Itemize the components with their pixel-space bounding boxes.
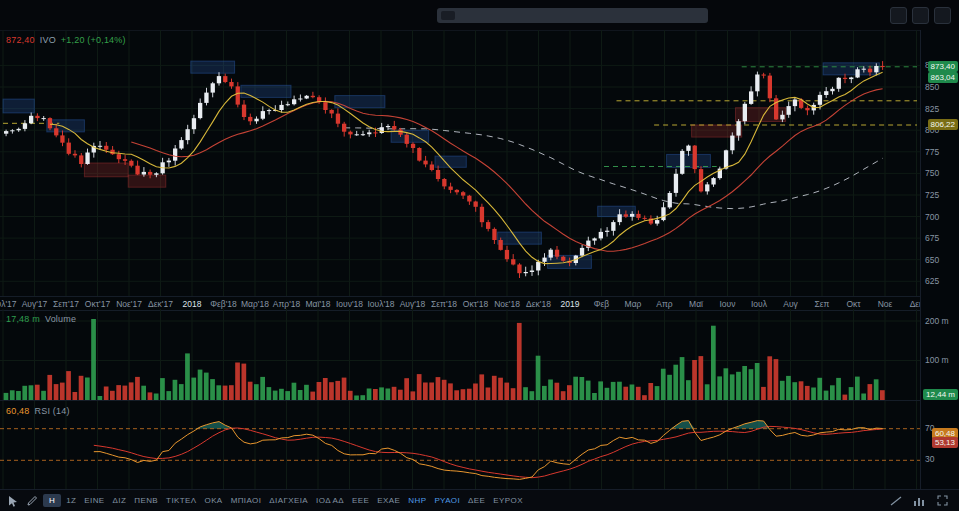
time-axis-label: Μαϊ'18 [306,299,331,309]
bar-chart-icon[interactable] [911,493,927,509]
time-axis-label: Δεκ'17 [148,299,173,309]
time-axis-label: Οκτ [846,299,860,309]
bottombar-item[interactable]: ΕΥΡΟΧ [490,494,526,507]
fullscreen-icon[interactable] [934,7,951,24]
time-axis-label: Μαρ [625,299,642,309]
time-axis-label: Σεπ'17 [53,299,79,309]
bottombar-item[interactable]: ΔΕΕ [465,494,488,507]
axis-tick-label: 200 m [925,316,949,326]
volume-chart [0,309,920,400]
time-axis-label: Μαϊ [689,299,703,309]
price-pane[interactable]: 872,40IVO+1,20 (+0,14%) [0,30,920,296]
bottombar-item[interactable]: ΝΗΡ [405,494,429,507]
rsi-label: RSI (14) [35,406,70,416]
rsi-chart [0,401,920,490]
timeframe-button-active[interactable]: Η [43,494,61,507]
bottombar-item[interactable]: ΠΕΝΒ [131,494,161,507]
bottombar-item[interactable]: ΔΙΖ [110,494,130,507]
volume-value: 17,48 m [6,314,40,324]
axis-tick-label: 625 [925,276,939,286]
time-axis-label: Νοε'17 [116,299,142,309]
price-badge: 863,04 [928,72,958,83]
time-axis-label: Οκτ'18 [463,299,488,309]
trendline-icon[interactable] [888,493,904,509]
time-axis-label: Αυγ'18 [400,299,426,309]
axis-tick-label: 675 [925,233,939,243]
volume-pane[interactable]: 17,48 m Volume [0,309,920,400]
time-axis-label: Σεπ [815,299,830,309]
rsi-badge: 53,13 [932,437,958,448]
bottom-toolbar: Η1ΖΕΙΝΕΔΙΖΠΕΝΒΤΙΚΤΕΛΟΚΑΜΠΙΑΟΙΔΙΑΓΧΕΙΑΙΟΔ… [0,489,959,511]
time-axis-label: Ιουλ [751,299,767,309]
symbol-toolbar-strip[interactable] [437,8,708,23]
time-axis-label: 2019 [561,299,580,309]
rsi-legend: 60,48 RSI (14) [6,406,70,416]
time-axis-label: Απρ'18 [273,299,300,309]
bottombar-item[interactable]: ΕΕΕ [349,494,372,507]
bottombar-item[interactable]: ΤΙΚΤΕΛ [163,494,199,507]
expand-icon[interactable] [934,493,950,509]
time-axis-label: Ιουλ'17 [0,299,17,309]
axis-tick-label: 30 [925,454,934,464]
time-axis-label: Φεβ'18 [210,299,237,309]
pencil-icon[interactable] [24,493,40,509]
bottombar-item[interactable]: ΙΟΔ ΑΔ [313,494,347,507]
price-badge: 806,22 [928,119,958,130]
volume-badge: 12,44 m [923,389,958,400]
time-axis-label: Νοε'18 [494,299,520,309]
cursor-icon[interactable] [5,493,21,509]
toolbar-handle-icon [441,11,455,20]
time-axis-label: Απρ [656,299,672,309]
time-axis-label: Ιουλ'18 [367,299,394,309]
time-axis-label: Ιουν'18 [336,299,363,309]
legend-item: 872,40 [6,35,35,45]
time-axis-label: Μαρ'18 [241,299,269,309]
time-axis-label: Αυγ'17 [22,299,48,309]
axis-tick-label: 100 m [925,355,949,365]
time-axis-label: Αυγ [783,299,798,309]
time-axis-label: Οκτ'17 [85,299,110,309]
axis-tick-label: 750 [925,168,939,178]
bottombar-item[interactable]: ΔΙΑΓΧΕΙΑ [266,494,311,507]
time-axis-label: Νοε [878,299,893,309]
bottombar-item[interactable]: ΡΥΑΟΙ [431,494,463,507]
price-chart [0,30,920,296]
axis-tick-label: 700 [925,212,939,222]
settings-icon[interactable] [912,7,929,24]
legend-item: IVO [40,35,56,45]
axis-tick-label: 825 [925,104,939,114]
trading-terminal: 872,40IVO+1,20 (+0,14%) Ιουλ'17Αυγ'17Σεπ… [0,0,959,511]
bottombar-item[interactable]: 1Ζ [63,494,79,507]
volume-label: Volume [45,314,76,324]
chart-area[interactable]: 872,40IVO+1,20 (+0,14%) Ιουλ'17Αυγ'17Σεπ… [0,30,920,489]
symbol-legend: 872,40IVO+1,20 (+0,14%) [6,35,126,45]
time-axis-label: Δεκ'18 [526,299,551,309]
legend-item: +1,20 (+0,14%) [61,35,126,45]
top-toolbar [0,0,959,31]
price-axis[interactable]: 875850825800775750725700675650625200 m10… [920,30,959,489]
time-axis-label: Σεπ'18 [431,299,457,309]
volume-legend: 17,48 m Volume [6,314,76,324]
bottombar-item[interactable]: ΜΠΙΑΟΙ [228,494,265,507]
time-axis-label: Φεβ [594,299,609,309]
time-axis-label: 2018 [183,299,202,309]
axis-tick-label: 850 [925,82,939,92]
bottombar-item[interactable]: ΕΙΝΕ [81,494,107,507]
time-axis-label: Ιουν [720,299,736,309]
bottombar-item[interactable]: ΟΚΑ [202,494,226,507]
axis-tick-label: 775 [925,147,939,157]
layout-icon[interactable] [890,7,907,24]
rsi-value: 60,48 [6,406,30,416]
axis-tick-label: 725 [925,190,939,200]
price-badge: 873,40 [928,61,958,72]
axis-tick-label: 650 [925,255,939,265]
bottombar-item[interactable]: ΕΧΑΕ [374,494,403,507]
rsi-pane[interactable]: 60,48 RSI (14) [0,400,920,490]
